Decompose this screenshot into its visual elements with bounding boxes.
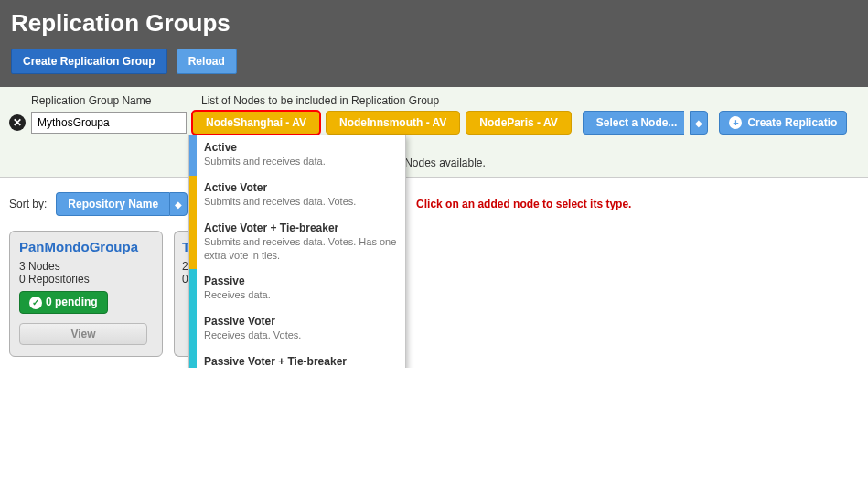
node-chip[interactable]: NodeShanghai - AV	[192, 111, 320, 135]
hint-text: Click on an added node to select its typ…	[416, 198, 631, 210]
check-icon: ✓	[29, 297, 42, 309]
group-name-input[interactable]	[31, 112, 187, 134]
dropdown-item-title: Active	[204, 141, 398, 154]
dropdown-item-title: Active Voter + Tie-breaker	[204, 221, 398, 234]
sort-dropdown-icon[interactable]: ◆	[169, 192, 188, 216]
dropdown-item-sub: Receives data.	[204, 288, 398, 302]
dropdown-item-title: Passive Voter	[204, 315, 398, 328]
dropdown-item[interactable]: Active VoterSubmits and receives data. V…	[189, 176, 405, 216]
dropdown-item[interactable]: ActiveSubmits and receives data.	[189, 135, 405, 176]
view-button[interactable]: View	[19, 323, 147, 345]
nodes-label: List of Nodes to be included in Replicat…	[201, 94, 439, 107]
dropdown-item-title: Active Voter	[204, 181, 398, 194]
page-title: Replication Groups	[11, 9, 857, 38]
swatch-icon	[189, 269, 197, 309]
dropdown-item[interactable]: Active Voter + Tie-breakerSubmits and re…	[189, 216, 405, 270]
swatch-icon	[189, 350, 197, 367]
sort-button[interactable]: Repository Name	[56, 192, 169, 216]
card-title[interactable]: PanMondoGroupa	[19, 239, 153, 254]
plus-icon: +	[729, 116, 742, 129]
dropdown-item-sub: Submits and receives data.	[204, 155, 398, 168]
swatch-icon	[189, 216, 197, 270]
create-group-button[interactable]: Create Replication Group	[11, 49, 167, 74]
dropdown-item-sub: Submits and receives data. Votes. Has on…	[204, 235, 398, 263]
create-replication-label: Create Replicatio	[747, 116, 837, 129]
dropdown-item-title: Passive	[204, 275, 398, 287]
remove-icon[interactable]: ✕	[9, 114, 26, 131]
dropdown-item-title: Passive Voter + Tie-breaker	[204, 355, 398, 367]
card-repos: 0 Repositories	[19, 273, 153, 286]
pending-badge: ✓0 pending	[19, 291, 108, 314]
dropdown-item-sub: Submits and receives data. Votes.	[204, 195, 398, 209]
dropdown-item[interactable]: PassiveReceives data.	[189, 269, 405, 309]
select-node-dropdown-icon[interactable]: ◆	[690, 111, 708, 135]
card-nodes: 3 Nodes	[19, 260, 153, 273]
node-chip[interactable]: NodeInnsmouth - AV	[326, 111, 460, 135]
dropdown-item-sub: Receives data. Votes.	[204, 329, 398, 342]
swatch-icon	[189, 176, 197, 216]
dropdown-item[interactable]: Passive VoterReceives data. Votes.	[189, 309, 405, 350]
reload-button[interactable]: Reload	[177, 49, 237, 74]
swatch-icon	[189, 135, 197, 176]
swatch-icon	[189, 309, 197, 350]
group-card: PanMondoGroupa 3 Nodes 0 Repositories ✓0…	[9, 231, 163, 357]
node-chip[interactable]: NodeParis - AV	[466, 111, 571, 135]
node-type-dropdown: ActiveSubmits and receives data.Active V…	[188, 135, 406, 368]
dropdown-item[interactable]: Passive Voter + Tie-breakerReceives data…	[189, 350, 405, 367]
create-replication-button[interactable]: + Create Replicatio	[719, 111, 847, 135]
select-node-button[interactable]: Select a Node...	[583, 111, 685, 135]
name-label: Replication Group Name	[31, 94, 192, 107]
sort-label: Sort by:	[9, 198, 47, 210]
